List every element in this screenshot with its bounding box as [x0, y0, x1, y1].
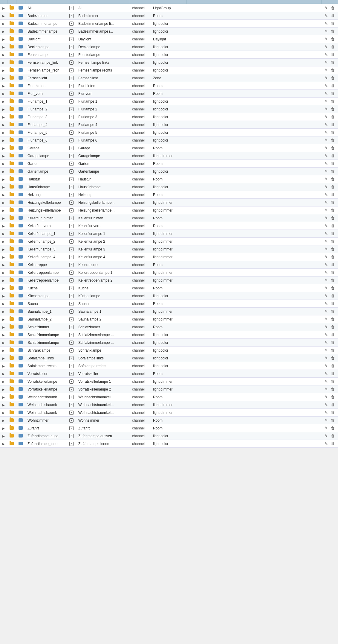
edit-button[interactable]: ✎ [324, 29, 329, 34]
expand-cell[interactable]: ▶ [0, 105, 7, 113]
edit-button[interactable]: ✎ [324, 91, 329, 96]
expand-icon[interactable]: ▶ [2, 333, 5, 337]
delete-button[interactable]: 🗑 [330, 371, 336, 376]
expand-cell[interactable]: ▶ [0, 129, 7, 136]
expand-icon[interactable]: ▶ [2, 22, 5, 25]
expand-cell[interactable]: ▶ [0, 230, 7, 238]
expand-cell[interactable]: ▶ [0, 152, 7, 160]
expand-cell[interactable]: ▶ [0, 199, 7, 206]
expand-cell[interactable]: ▶ [0, 277, 7, 284]
delete-button[interactable]: 🗑 [330, 37, 336, 42]
expand-icon[interactable]: ▶ [2, 108, 5, 111]
expand-cell[interactable]: ▶ [0, 82, 7, 90]
expand-icon[interactable]: ▶ [2, 45, 5, 49]
edit-button[interactable]: ✎ [324, 317, 329, 322]
edit-button[interactable]: ✎ [324, 356, 329, 361]
expand-icon[interactable]: ▶ [2, 403, 5, 407]
expand-cell[interactable]: ▶ [0, 401, 7, 409]
delete-button[interactable]: 🗑 [330, 270, 336, 275]
delete-button[interactable]: 🗑 [330, 348, 336, 353]
delete-button[interactable]: 🗑 [330, 309, 336, 314]
edit-button[interactable]: ✎ [324, 410, 329, 415]
delete-button[interactable]: 🗑 [330, 363, 336, 368]
expand-icon[interactable]: ▶ [2, 349, 5, 352]
edit-button[interactable]: ✎ [324, 433, 329, 438]
edit-button[interactable]: ✎ [324, 278, 329, 283]
expand-icon[interactable]: ▶ [2, 154, 5, 158]
delete-button[interactable]: 🗑 [330, 301, 336, 306]
delete-button[interactable]: 🗑 [330, 215, 336, 221]
delete-button[interactable]: 🗑 [330, 52, 336, 57]
expand-icon[interactable]: ▶ [2, 7, 5, 10]
edit-button[interactable]: ✎ [324, 348, 329, 353]
delete-button[interactable]: 🗑 [330, 68, 336, 73]
expand-cell[interactable]: ▶ [0, 315, 7, 323]
expand-icon[interactable]: ▶ [2, 240, 5, 243]
edit-button[interactable]: ✎ [324, 309, 329, 314]
expand-cell[interactable]: ▶ [0, 51, 7, 59]
delete-button[interactable]: 🗑 [330, 324, 336, 329]
delete-button[interactable]: 🗑 [330, 231, 336, 236]
expand-cell[interactable]: ▶ [0, 90, 7, 98]
expand-icon[interactable]: ▶ [2, 302, 5, 306]
expand-cell[interactable]: ▶ [0, 409, 7, 417]
expand-cell[interactable]: ▶ [0, 113, 7, 121]
delete-button[interactable]: 🗑 [330, 247, 336, 252]
delete-button[interactable]: 🗑 [330, 379, 336, 384]
delete-button[interactable]: 🗑 [330, 340, 336, 345]
edit-button[interactable]: ✎ [324, 223, 329, 228]
edit-button[interactable]: ✎ [324, 239, 329, 244]
edit-button[interactable]: ✎ [324, 130, 329, 135]
edit-button[interactable]: ✎ [324, 426, 329, 431]
edit-button[interactable]: ✎ [324, 60, 329, 65]
delete-button[interactable]: 🗑 [330, 169, 336, 174]
expand-icon[interactable]: ▶ [2, 139, 5, 142]
expand-cell[interactable]: ▶ [0, 261, 7, 269]
delete-button[interactable]: 🗑 [330, 184, 336, 189]
edit-button[interactable]: ✎ [324, 394, 329, 400]
expand-icon[interactable]: ▶ [2, 364, 5, 368]
delete-button[interactable]: 🗑 [330, 130, 336, 135]
expand-cell[interactable]: ▶ [0, 175, 7, 183]
expand-icon[interactable]: ▶ [2, 310, 5, 313]
expand-icon[interactable]: ▶ [2, 193, 5, 197]
expand-cell[interactable]: ▶ [0, 12, 7, 20]
expand-icon[interactable]: ▶ [2, 217, 5, 220]
edit-button[interactable]: ✎ [324, 208, 329, 213]
expand-cell[interactable]: ▶ [0, 245, 7, 253]
edit-button[interactable]: ✎ [324, 247, 329, 252]
expand-icon[interactable]: ▶ [2, 53, 5, 57]
expand-icon[interactable]: ▶ [2, 318, 5, 321]
delete-button[interactable]: 🗑 [330, 317, 336, 322]
expand-icon[interactable]: ▶ [2, 435, 5, 438]
expand-icon[interactable]: ▶ [2, 14, 5, 18]
edit-button[interactable]: ✎ [324, 153, 329, 158]
expand-cell[interactable]: ▶ [0, 432, 7, 440]
edit-button[interactable]: ✎ [324, 200, 329, 205]
expand-icon[interactable]: ▶ [2, 287, 5, 290]
expand-icon[interactable]: ▶ [2, 248, 5, 251]
delete-button[interactable]: 🗑 [330, 107, 336, 112]
delete-button[interactable]: 🗑 [330, 418, 336, 423]
expand-cell[interactable]: ▶ [0, 144, 7, 152]
delete-button[interactable]: 🗑 [330, 91, 336, 96]
expand-icon[interactable]: ▶ [2, 116, 5, 119]
edit-button[interactable]: ✎ [324, 270, 329, 275]
edit-button[interactable]: ✎ [324, 371, 329, 376]
edit-button[interactable]: ✎ [324, 122, 329, 127]
expand-cell[interactable]: ▶ [0, 253, 7, 261]
expand-cell[interactable]: ▶ [0, 43, 7, 51]
expand-cell[interactable]: ▶ [0, 354, 7, 362]
expand-cell[interactable]: ▶ [0, 292, 7, 300]
edit-button[interactable]: ✎ [324, 254, 329, 259]
delete-button[interactable]: 🗑 [330, 161, 336, 166]
expand-cell[interactable]: ▶ [0, 206, 7, 214]
delete-button[interactable]: 🗑 [330, 332, 336, 337]
edit-button[interactable]: ✎ [324, 192, 329, 197]
expand-cell[interactable]: ▶ [0, 308, 7, 315]
expand-cell[interactable]: ▶ [0, 378, 7, 385]
expand-cell[interactable]: ▶ [0, 238, 7, 245]
expand-icon[interactable]: ▶ [2, 396, 5, 399]
expand-cell[interactable]: ▶ [0, 98, 7, 105]
delete-button[interactable]: 🗑 [330, 5, 336, 10]
